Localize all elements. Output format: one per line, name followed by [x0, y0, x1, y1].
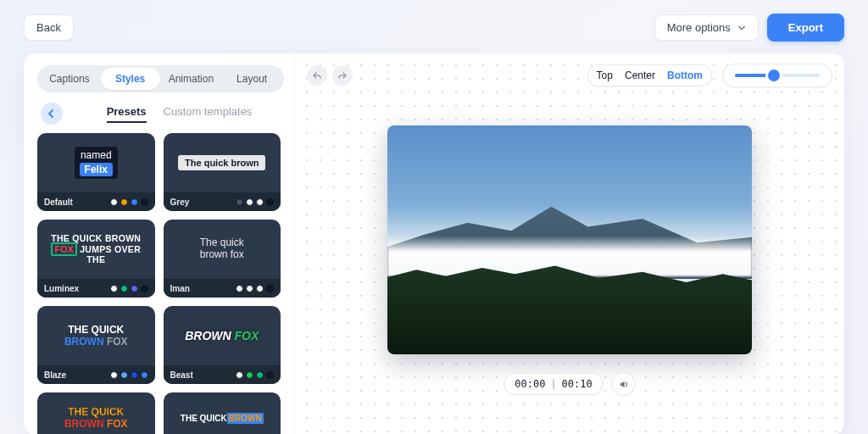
position-top[interactable]: Top	[597, 70, 613, 81]
sound-button[interactable]	[612, 372, 636, 396]
time-display: 00:00 | 00:10	[504, 373, 603, 395]
redo-icon	[337, 70, 348, 81]
chevron-down-icon	[737, 24, 746, 32]
position-selector: Top Center Bottom	[587, 64, 712, 86]
preset-preview-text: The quick brown	[178, 155, 265, 170]
back-button[interactable]: Back	[24, 14, 74, 41]
redo-button[interactable]	[332, 65, 353, 86]
tab-layout[interactable]: Layout	[222, 68, 281, 90]
slider-thumb[interactable]	[768, 70, 780, 81]
undo-button[interactable]	[307, 65, 327, 86]
main-tabbar: Captions Styles Animation Layout	[37, 65, 284, 92]
preset-name: Beast	[170, 370, 193, 380]
preset-card-grey[interactable]: The quick brown Grey	[164, 133, 281, 211]
preset-swatches	[236, 198, 274, 206]
panel-back-button[interactable]	[41, 103, 63, 125]
preset-preview-text: THE QUICK BROWN FOX	[64, 324, 128, 348]
preset-name: Blaze	[44, 370, 66, 380]
preset-name: Luminex	[44, 284, 79, 293]
position-bottom[interactable]: Bottom	[667, 70, 703, 81]
preset-preview-text: THE QUICK BROWN FOX	[64, 406, 128, 431]
preset-card-iman[interactable]: The quick brown fox Iman	[164, 220, 281, 298]
preset-card-default[interactable]: named Felix Default	[37, 133, 155, 211]
preset-preview-text: THE QUICK BROWN FOX JUMPS OVER THE	[42, 233, 150, 265]
preset-card-beast[interactable]: BROWN FOX Beast	[164, 306, 281, 384]
preset-name: Grey	[170, 198, 190, 207]
preset-swatches	[236, 285, 274, 292]
position-center[interactable]: Center	[625, 70, 655, 81]
preset-swatches	[236, 371, 274, 379]
more-options-label: More options	[667, 21, 731, 34]
preview-panel: Top Center Bottom 00:00 | 00:10	[295, 53, 844, 434]
preset-preview-text: Felix	[80, 163, 113, 176]
left-panel: Captions Styles Animation Layout Presets…	[24, 53, 295, 434]
more-options-button[interactable]: More options	[654, 14, 759, 41]
preset-preview-text: BROWN FOX	[185, 329, 259, 342]
presets-grid: named Felix Default The qu	[37, 133, 284, 434]
preset-swatches	[110, 371, 148, 379]
preset-card[interactable]: THE QUICKBROWN	[164, 392, 281, 434]
subtab-custom-templates[interactable]: Custom templates	[164, 105, 253, 123]
subtab-presets[interactable]: Presets	[107, 105, 147, 123]
scale-slider[interactable]	[722, 64, 832, 87]
preset-swatches	[110, 198, 148, 206]
preset-card-blaze[interactable]: THE QUICK BROWN FOX Blaze	[37, 306, 155, 384]
arrow-left-icon	[47, 108, 57, 119]
preset-preview-text: named	[81, 149, 112, 161]
preset-swatches	[110, 285, 148, 292]
preset-preview-text: THE QUICKBROWN	[181, 414, 264, 423]
preset-card[interactable]: THE QUICK BROWN FOX	[37, 392, 155, 434]
video-preview[interactable]	[387, 125, 752, 354]
tab-captions[interactable]: Captions	[40, 68, 99, 90]
speaker-icon	[618, 379, 629, 390]
preset-name: Iman	[170, 284, 190, 293]
preset-name: Default	[44, 198, 73, 207]
undo-icon	[312, 70, 322, 81]
export-button[interactable]: Export	[767, 14, 844, 42]
time-current: 00:00	[515, 378, 545, 390]
tab-styles[interactable]: Styles	[101, 68, 160, 90]
preset-preview-text: The quick brown fox	[200, 237, 244, 261]
tab-animation[interactable]: Animation	[162, 68, 221, 90]
time-total: 00:10	[562, 378, 593, 390]
preset-card-luminex[interactable]: THE QUICK BROWN FOX JUMPS OVER THE Lumin…	[37, 220, 155, 298]
